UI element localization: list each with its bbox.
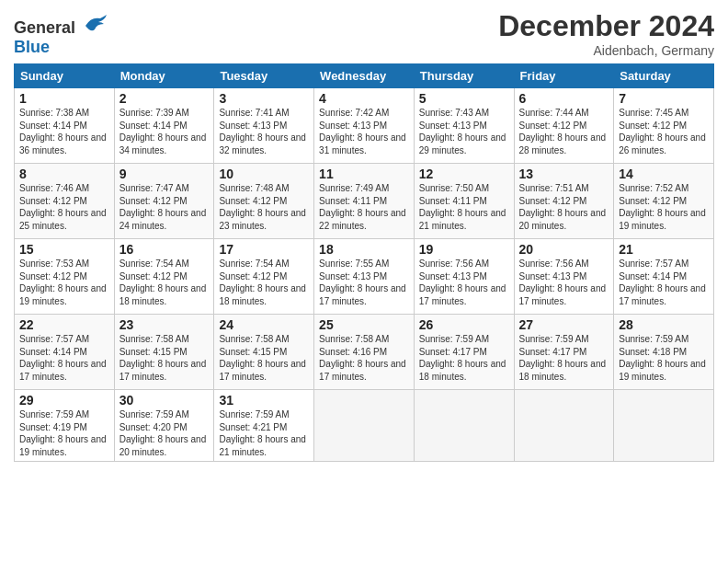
calendar-cell: 15Sunrise: 7:53 AMSunset: 4:12 PMDayligh… — [15, 239, 115, 315]
day-number: 15 — [19, 242, 109, 257]
cell-info: Sunrise: 7:53 AMSunset: 4:12 PMDaylight:… — [19, 258, 109, 307]
cell-info: Sunrise: 7:45 AMSunset: 4:12 PMDaylight:… — [619, 107, 709, 156]
calendar-cell: 27Sunrise: 7:59 AMSunset: 4:17 PMDayligh… — [514, 315, 614, 390]
cell-info: Sunrise: 7:58 AMSunset: 4:15 PMDaylight:… — [219, 333, 309, 383]
calendar-cell: 31Sunrise: 7:59 AMSunset: 4:21 PMDayligh… — [214, 390, 314, 462]
calendar-cell: 24Sunrise: 7:58 AMSunset: 4:15 PMDayligh… — [214, 315, 314, 390]
title-section: December 2024 Aidenbach, Germany — [498, 9, 714, 58]
calendar-cell — [414, 390, 514, 462]
day-number: 12 — [419, 167, 509, 181]
cell-info: Sunrise: 7:52 AMSunset: 4:12 PMDaylight:… — [619, 182, 709, 232]
cell-info: Sunrise: 7:59 AMSunset: 4:19 PMDaylight:… — [19, 408, 109, 458]
calendar-cell: 21Sunrise: 7:57 AMSunset: 4:14 PMDayligh… — [614, 239, 714, 315]
calendar-cell: 20Sunrise: 7:56 AMSunset: 4:13 PMDayligh… — [514, 239, 614, 315]
day-number: 25 — [319, 317, 409, 332]
day-number: 26 — [419, 317, 509, 332]
calendar-cell: 3Sunrise: 7:41 AMSunset: 4:13 PMDaylight… — [214, 88, 314, 164]
weekday-header-monday: Monday — [114, 64, 214, 88]
calendar-cell: 8Sunrise: 7:46 AMSunset: 4:12 PMDaylight… — [15, 164, 115, 239]
day-number: 27 — [519, 317, 609, 332]
cell-info: Sunrise: 7:59 AMSunset: 4:21 PMDaylight:… — [219, 408, 309, 458]
cell-info: Sunrise: 7:51 AMSunset: 4:12 PMDaylight:… — [519, 182, 609, 232]
day-number: 4 — [319, 91, 409, 106]
day-number: 8 — [19, 167, 109, 181]
calendar-cell — [614, 390, 714, 462]
logo-blue-text: Blue — [14, 38, 108, 57]
logo-general: General — [14, 18, 75, 37]
day-number: 5 — [419, 91, 509, 106]
cell-info: Sunrise: 7:43 AMSunset: 4:13 PMDaylight:… — [419, 107, 509, 156]
weekday-header-thursday: Thursday — [414, 64, 514, 88]
calendar-week-row-4: 22Sunrise: 7:57 AMSunset: 4:14 PMDayligh… — [15, 315, 714, 390]
cell-info: Sunrise: 7:55 AMSunset: 4:13 PMDaylight:… — [319, 258, 409, 307]
cell-info: Sunrise: 7:47 AMSunset: 4:12 PMDaylight:… — [119, 182, 210, 232]
weekday-header-sunday: Sunday — [15, 64, 115, 88]
calendar-week-row-2: 8Sunrise: 7:46 AMSunset: 4:12 PMDaylight… — [15, 164, 714, 239]
cell-info: Sunrise: 7:57 AMSunset: 4:14 PMDaylight:… — [619, 258, 709, 307]
logo: General Blue — [14, 13, 108, 57]
day-number: 28 — [619, 317, 709, 332]
cell-info: Sunrise: 7:38 AMSunset: 4:14 PMDaylight:… — [19, 107, 109, 156]
calendar-cell: 12Sunrise: 7:50 AMSunset: 4:11 PMDayligh… — [414, 164, 514, 239]
calendar-cell: 11Sunrise: 7:49 AMSunset: 4:11 PMDayligh… — [314, 164, 415, 239]
weekday-header-saturday: Saturday — [614, 64, 714, 88]
calendar-cell: 30Sunrise: 7:59 AMSunset: 4:20 PMDayligh… — [114, 390, 214, 462]
header: General Blue December 2024 Aidenbach, Ge… — [14, 9, 714, 58]
weekday-header-wednesday: Wednesday — [314, 64, 415, 88]
cell-info: Sunrise: 7:50 AMSunset: 4:11 PMDaylight:… — [419, 182, 509, 232]
cell-info: Sunrise: 7:58 AMSunset: 4:16 PMDaylight:… — [319, 333, 409, 383]
day-number: 14 — [619, 167, 709, 181]
calendar-cell: 23Sunrise: 7:58 AMSunset: 4:15 PMDayligh… — [114, 315, 214, 390]
cell-info: Sunrise: 7:46 AMSunset: 4:12 PMDaylight:… — [19, 182, 109, 232]
cell-info: Sunrise: 7:59 AMSunset: 4:17 PMDaylight:… — [419, 333, 509, 383]
weekday-header-tuesday: Tuesday — [214, 64, 314, 88]
logo-blue: Blue — [14, 38, 50, 56]
day-number: 17 — [219, 242, 309, 257]
calendar-cell: 17Sunrise: 7:54 AMSunset: 4:12 PMDayligh… — [214, 239, 314, 315]
day-number: 22 — [19, 317, 109, 332]
calendar-cell: 4Sunrise: 7:42 AMSunset: 4:13 PMDaylight… — [314, 88, 415, 164]
cell-info: Sunrise: 7:59 AMSunset: 4:17 PMDaylight:… — [519, 333, 609, 383]
day-number: 23 — [119, 317, 210, 332]
calendar-cell: 7Sunrise: 7:45 AMSunset: 4:12 PMDaylight… — [614, 88, 714, 164]
calendar-cell: 18Sunrise: 7:55 AMSunset: 4:13 PMDayligh… — [314, 239, 415, 315]
cell-info: Sunrise: 7:42 AMSunset: 4:13 PMDaylight:… — [319, 107, 409, 156]
calendar-cell: 29Sunrise: 7:59 AMSunset: 4:19 PMDayligh… — [15, 390, 115, 462]
day-number: 10 — [219, 167, 309, 181]
calendar-cell: 6Sunrise: 7:44 AMSunset: 4:12 PMDaylight… — [514, 88, 614, 164]
cell-info: Sunrise: 7:44 AMSunset: 4:12 PMDaylight:… — [519, 107, 609, 156]
calendar-week-row-3: 15Sunrise: 7:53 AMSunset: 4:12 PMDayligh… — [15, 239, 714, 315]
cell-info: Sunrise: 7:59 AMSunset: 4:20 PMDaylight:… — [119, 408, 210, 458]
calendar-table: SundayMondayTuesdayWednesdayThursdayFrid… — [14, 63, 714, 462]
weekday-header-friday: Friday — [514, 64, 614, 88]
day-number: 16 — [119, 242, 210, 257]
cell-info: Sunrise: 7:41 AMSunset: 4:13 PMDaylight:… — [219, 107, 309, 156]
day-number: 18 — [319, 242, 409, 257]
calendar-cell: 16Sunrise: 7:54 AMSunset: 4:12 PMDayligh… — [114, 239, 214, 315]
day-number: 21 — [619, 242, 709, 257]
day-number: 24 — [219, 317, 309, 332]
calendar-cell: 9Sunrise: 7:47 AMSunset: 4:12 PMDaylight… — [114, 164, 214, 239]
day-number: 31 — [219, 393, 309, 408]
calendar-week-row-5: 29Sunrise: 7:59 AMSunset: 4:19 PMDayligh… — [15, 390, 714, 462]
calendar-cell: 19Sunrise: 7:56 AMSunset: 4:13 PMDayligh… — [414, 239, 514, 315]
cell-info: Sunrise: 7:57 AMSunset: 4:14 PMDaylight:… — [19, 333, 109, 383]
month-year-title: December 2024 — [498, 9, 714, 43]
day-number: 13 — [519, 167, 609, 181]
logo-text: General Blue — [14, 13, 108, 57]
day-number: 9 — [119, 167, 210, 181]
cell-info: Sunrise: 7:59 AMSunset: 4:18 PMDaylight:… — [619, 333, 709, 383]
calendar-cell: 26Sunrise: 7:59 AMSunset: 4:17 PMDayligh… — [414, 315, 514, 390]
cell-info: Sunrise: 7:39 AMSunset: 4:14 PMDaylight:… — [119, 107, 210, 156]
day-number: 20 — [519, 242, 609, 257]
day-number: 2 — [119, 91, 210, 106]
calendar-cell — [314, 390, 415, 462]
day-number: 1 — [19, 91, 109, 106]
day-number: 3 — [219, 91, 309, 106]
calendar-cell: 22Sunrise: 7:57 AMSunset: 4:14 PMDayligh… — [15, 315, 115, 390]
page-container: General Blue December 2024 Aidenbach, Ge… — [0, 0, 728, 471]
cell-info: Sunrise: 7:58 AMSunset: 4:15 PMDaylight:… — [119, 333, 210, 383]
cell-info: Sunrise: 7:48 AMSunset: 4:12 PMDaylight:… — [219, 182, 309, 232]
day-number: 19 — [419, 242, 509, 257]
calendar-cell — [514, 390, 614, 462]
